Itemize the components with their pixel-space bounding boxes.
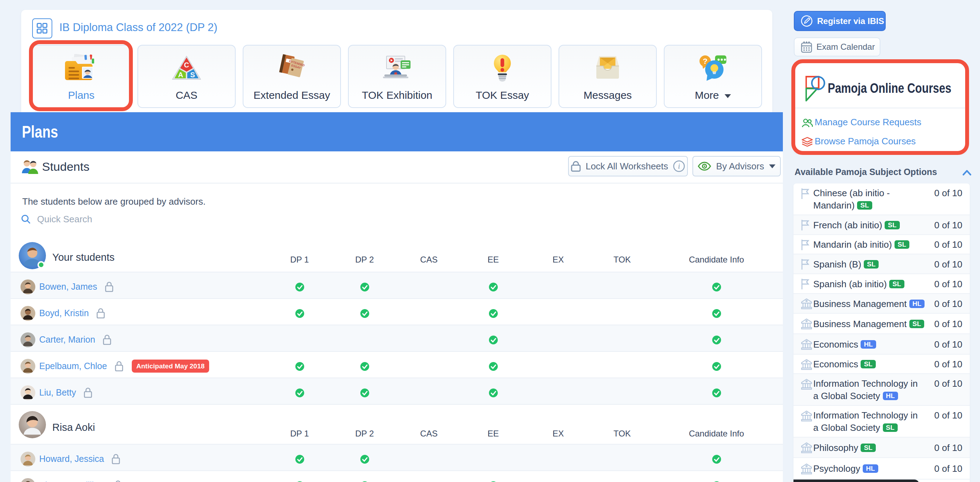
svg-text:i: i [678, 162, 681, 170]
svg-text:C: C [184, 61, 189, 69]
svg-text:S: S [191, 71, 195, 79]
svg-text:A: A [178, 71, 183, 79]
